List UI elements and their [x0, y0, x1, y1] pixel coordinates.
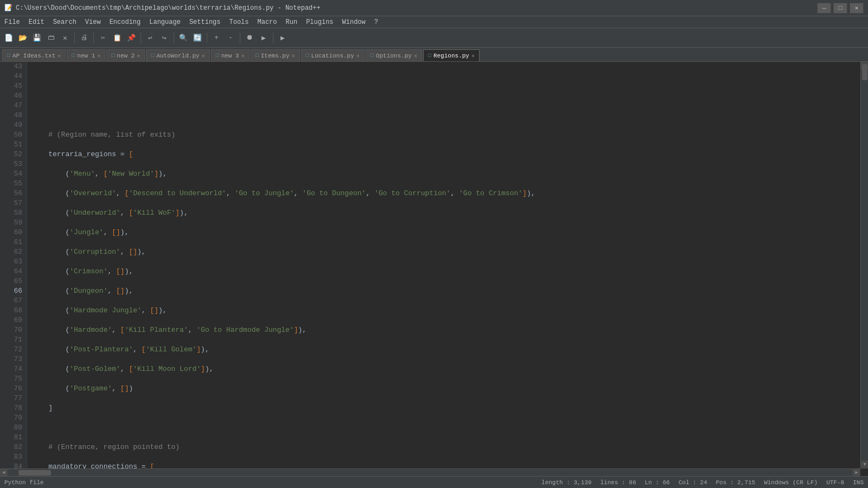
- tab-new2[interactable]: □ new 2 ✕: [106, 49, 145, 61]
- menu-window[interactable]: Window: [338, 17, 370, 27]
- run-button[interactable]: ▶: [276, 31, 289, 44]
- filetype-label: Python file: [4, 479, 44, 486]
- save-all-button[interactable]: 🗃: [44, 31, 58, 44]
- tab-label-locations: Locations.py: [311, 53, 354, 59]
- close-button[interactable]: ✕: [59, 31, 72, 44]
- tab-items[interactable]: □ Items.py ✕: [251, 49, 300, 61]
- toolbar-sep-2: [93, 33, 94, 43]
- tab-ap-ideas[interactable]: □ AP Ideas.txt ✕: [2, 49, 66, 61]
- menu-language[interactable]: Language: [145, 17, 185, 27]
- code-line-49: ('Overworld', ['Descend to Underworld', …: [31, 189, 860, 198]
- tab-icon-options: □: [371, 53, 374, 59]
- code-line-47: terraria_regions = [: [31, 150, 860, 159]
- scroll-down-arrow[interactable]: ▼: [861, 461, 868, 468]
- pos-label: Pos : 2,715: [716, 479, 756, 486]
- redo-button[interactable]: ↪: [158, 31, 171, 44]
- menu-run[interactable]: Run: [282, 17, 302, 27]
- tab-icon-regions: □: [428, 53, 431, 59]
- menu-file[interactable]: File: [0, 17, 24, 27]
- new-button[interactable]: 📄: [2, 31, 15, 44]
- tab-icon-items: □: [256, 53, 259, 59]
- code-editor[interactable]: # (Region name, list of exits) terraria_…: [27, 62, 860, 468]
- statusbar-left: Python file: [4, 479, 44, 486]
- code-line-54: ('Dungeon', []),: [31, 286, 860, 296]
- tab-options[interactable]: □ Options.py ✕: [366, 49, 422, 61]
- tab-close-new1[interactable]: ✕: [97, 53, 100, 59]
- find-button[interactable]: 🔍: [177, 31, 190, 44]
- toolbar-sep-4: [174, 33, 174, 43]
- tab-label-ap: AP Ideas.txt: [12, 53, 55, 59]
- scroll-thumb-vertical[interactable]: [862, 64, 867, 80]
- minimize-button[interactable]: —: [817, 3, 831, 14]
- tab-close-autoworld[interactable]: ✕: [202, 53, 205, 59]
- toolbar-sep-1: [74, 33, 75, 43]
- menu-macro[interactable]: Macro: [253, 17, 282, 27]
- menu-edit[interactable]: Edit: [24, 17, 49, 27]
- cut-button[interactable]: ✂: [97, 31, 110, 44]
- paste-button[interactable]: 📌: [125, 31, 138, 44]
- code-line-58: ('Post-Golem', ['Kill Moon Lord']),: [31, 364, 860, 374]
- print-button[interactable]: 🖨: [78, 31, 91, 44]
- menubar: File Edit Search View Encoding Language …: [0, 16, 868, 28]
- open-button[interactable]: 📂: [16, 31, 29, 44]
- zoom-out-button[interactable]: -: [224, 31, 237, 44]
- macro-play[interactable]: ▶: [257, 31, 270, 44]
- copy-button[interactable]: 📋: [111, 31, 124, 44]
- close-button[interactable]: ✕: [850, 3, 864, 14]
- code-line-43: [31, 72, 860, 81]
- code-line-44: [31, 91, 860, 101]
- code-line-53: ('Crimson', []),: [31, 267, 860, 277]
- zoom-in-button[interactable]: +: [210, 31, 223, 44]
- cursor-label: Ln : 66: [644, 479, 669, 486]
- tab-new3[interactable]: □ new 3 ✕: [211, 49, 250, 61]
- save-button[interactable]: 💾: [30, 31, 43, 44]
- tab-close-items[interactable]: ✕: [292, 53, 295, 59]
- encoding-label: UTF-8: [826, 479, 844, 486]
- scroll-thumb-horizontal[interactable]: [18, 470, 51, 476]
- replace-button[interactable]: 🔄: [191, 31, 204, 44]
- code-line-45: [31, 111, 860, 120]
- tab-autoworld[interactable]: □ AutoWorld.py ✕: [146, 49, 209, 61]
- tab-locations[interactable]: □ Locations.py ✕: [301, 49, 365, 61]
- scroll-right-arrow[interactable]: ►: [853, 469, 860, 477]
- titlebar-controls[interactable]: — □ ✕: [817, 3, 864, 14]
- menu-encoding[interactable]: Encoding: [105, 17, 145, 27]
- statusbar: Python file length : 3,139 lines : 86 Ln…: [0, 476, 868, 488]
- scroll-left-arrow[interactable]: ◄: [0, 469, 8, 477]
- tab-label-regions: Regions.py: [433, 53, 469, 59]
- tab-close-new2[interactable]: ✕: [137, 53, 140, 59]
- toolbar-sep-5: [207, 33, 207, 43]
- maximize-button[interactable]: □: [833, 3, 847, 14]
- menu-plugins[interactable]: Plugins: [302, 17, 337, 27]
- tab-label-new1: new 1: [77, 53, 95, 59]
- app-icon: 📝: [4, 4, 12, 12]
- mode-label: INS: [853, 479, 864, 486]
- eol-label: Windows (CR LF): [764, 479, 818, 486]
- horizontal-scrollbar[interactable]: ◄ ►: [0, 468, 860, 476]
- code-line-57: ('Post-Plantera', ['Kill Golem']),: [31, 345, 860, 355]
- tab-close-locations[interactable]: ✕: [356, 53, 360, 59]
- statusbar-right: length : 3,139 lines : 86 Ln : 66 Col : …: [541, 479, 864, 486]
- vertical-scrollbar[interactable]: ▲ ▼: [860, 62, 868, 468]
- tab-icon-new2: □: [111, 53, 114, 59]
- tab-close-regions[interactable]: ✕: [471, 53, 475, 59]
- editor-main: 43 44 45 46 47 48 49 50 51 52 53 54 55 5…: [0, 62, 868, 468]
- tab-regions[interactable]: □ Regions.py ✕: [423, 49, 480, 61]
- tab-label-items: Items.py: [261, 53, 290, 59]
- menu-search[interactable]: Search: [49, 17, 81, 27]
- tab-close-new3[interactable]: ✕: [241, 53, 245, 59]
- menu-help[interactable]: ?: [370, 17, 382, 27]
- tab-close-ap[interactable]: ✕: [58, 53, 61, 59]
- tab-icon-new1: □: [72, 53, 75, 59]
- code-line-48: ('Menu', ['New World']),: [31, 169, 860, 179]
- tab-new1[interactable]: □ new 1 ✕: [67, 49, 105, 61]
- menu-view[interactable]: View: [81, 17, 105, 27]
- menu-tools[interactable]: Tools: [225, 17, 253, 27]
- undo-button[interactable]: ↩: [144, 31, 157, 44]
- menu-settings[interactable]: Settings: [185, 17, 225, 27]
- macro-record[interactable]: ⏺: [243, 31, 256, 44]
- toolbar-sep-7: [273, 33, 273, 43]
- tab-close-options[interactable]: ✕: [414, 53, 417, 59]
- tab-label-autoworld: AutoWorld.py: [156, 53, 199, 59]
- tab-label-new3: new 3: [221, 53, 239, 59]
